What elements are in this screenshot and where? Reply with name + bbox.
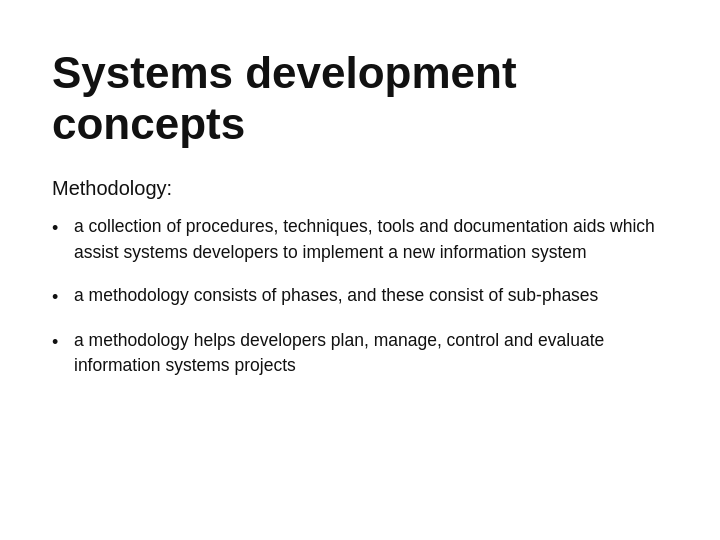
slide-title: Systems development concepts <box>52 48 668 149</box>
bullet-dot: • <box>52 215 74 241</box>
slide-container: Systems development concepts Methodology… <box>0 0 720 540</box>
bullet-list: •a collection of procedures, techniques,… <box>52 214 668 379</box>
bullet-text: a collection of procedures, techniques, … <box>74 214 668 265</box>
list-item: •a methodology helps developers plan, ma… <box>52 328 668 379</box>
list-item: •a collection of procedures, techniques,… <box>52 214 668 265</box>
section-heading: Methodology: <box>52 177 668 200</box>
bullet-dot: • <box>52 329 74 355</box>
bullet-text: a methodology helps developers plan, man… <box>74 328 668 379</box>
bullet-text: a methodology consists of phases, and th… <box>74 283 668 308</box>
bullet-dot: • <box>52 284 74 310</box>
list-item: •a methodology consists of phases, and t… <box>52 283 668 310</box>
